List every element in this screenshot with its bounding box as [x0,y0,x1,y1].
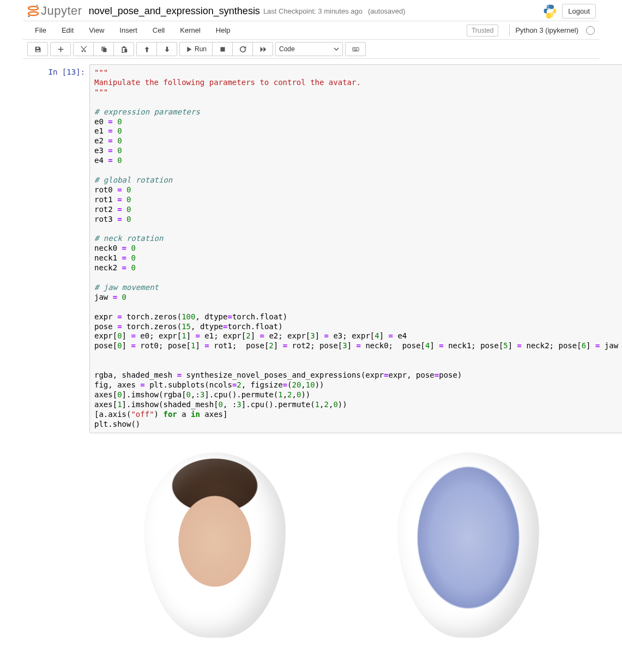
keyboard-icon [352,46,359,53]
stop-button[interactable] [212,42,233,56]
svg-point-1 [28,12,38,15]
menubar: FileEditViewInsertCellKernelHelp Trusted… [23,21,599,40]
avatar-mesh-image [397,452,539,638]
run-label: Run [195,45,207,53]
svg-point-0 [28,7,38,10]
kernel-idle-icon[interactable] [586,26,595,35]
restart-icon [239,46,246,53]
paste-button[interactable] [113,42,134,56]
svg-point-2 [36,4,38,6]
copy-button[interactable] [93,42,114,56]
chevron-down-icon [334,46,339,52]
stop-icon [219,46,226,53]
move-down-button[interactable] [156,42,177,56]
menu-edit[interactable]: Edit [54,23,81,38]
output-image-right [342,439,595,651]
logo-text: Jupyter [41,4,82,18]
svg-rect-5 [352,47,358,51]
jupyter-logo[interactable]: Jupyter [26,4,82,18]
trusted-badge[interactable]: Trusted [467,25,498,37]
menu-cell[interactable]: Cell [145,23,172,38]
svg-rect-7 [354,48,355,49]
checkpoint-text: Last Checkpoint: 3 minutes ago [263,7,363,15]
output-image-left [88,439,342,651]
notebook-name[interactable]: novel_pose_and_expression_synthesis [89,5,260,17]
menu-kernel[interactable]: Kernel [172,23,208,38]
menu-help[interactable]: Help [208,23,238,38]
svg-rect-8 [356,48,357,49]
code-text[interactable]: """ Manipulate the following parameters … [94,68,618,429]
code-cell[interactable]: In [13]: """ Manipulate the following pa… [27,64,595,433]
celltype-value: Code [279,45,295,53]
run-all-button[interactable] [252,42,273,56]
autosave-text: (autosaved) [368,7,406,15]
save-button[interactable] [27,42,48,56]
celltype-select[interactable]: Code [275,42,343,56]
cut-button[interactable] [73,42,94,56]
menu-file[interactable]: File [27,23,54,38]
python-logo-icon [542,3,558,19]
fast-forward-icon [259,46,267,53]
menu-view[interactable]: View [81,23,112,38]
svg-rect-4 [220,47,225,51]
header: Jupyter novel_pose_and_expression_synthe… [23,0,599,21]
scissors-icon [80,46,87,53]
notebook-area: In [13]: """ Manipulate the following pa… [23,59,599,672]
save-icon [34,46,41,53]
command-palette-button[interactable] [345,42,366,56]
toolbar: Run Code [23,40,599,59]
svg-rect-6 [353,48,354,49]
arrow-up-icon [143,46,150,53]
jupyter-icon [27,4,39,18]
svg-point-3 [28,16,30,17]
arrow-down-icon [164,46,171,53]
code-input-area[interactable]: """ Manipulate the following parameters … [89,64,622,433]
logout-button[interactable]: Logout [562,4,596,19]
avatar-rgb-image [144,452,286,638]
play-icon [185,46,192,53]
input-prompt: In [13]: [27,64,89,76]
move-up-button[interactable] [136,42,157,56]
kernel-name[interactable]: Python 3 (ipykernel) [509,24,583,37]
plus-icon [57,46,64,53]
cell-output [85,433,595,651]
run-button[interactable]: Run [179,42,213,56]
menu-insert[interactable]: Insert [112,23,145,38]
svg-rect-9 [354,50,358,50]
paste-icon [120,46,128,53]
copy-icon [100,46,107,53]
insert-cell-button[interactable] [50,42,71,56]
restart-button[interactable] [232,42,253,56]
